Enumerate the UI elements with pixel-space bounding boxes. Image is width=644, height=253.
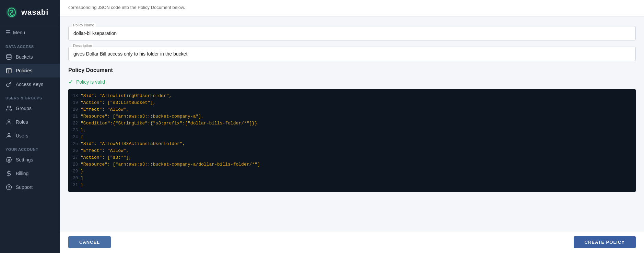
main-content: corresponding JSON code into the Policy … [60, 0, 644, 253]
policy-valid-text: Policy is valid [76, 79, 105, 85]
cancel-button[interactable]: CANCEL [68, 236, 111, 248]
footer-bar: CANCEL CREATE POLICY [60, 231, 644, 253]
info-banner: corresponding JSON code into the Policy … [60, 0, 644, 16]
info-banner-text: corresponding JSON code into the Policy … [68, 4, 185, 11]
policy-document-title: Policy Document [68, 67, 636, 73]
section-your-account: Your Account [0, 143, 60, 153]
sidebar: wasabi ☰ Menu Data Access Buckets Polici… [0, 0, 60, 253]
line-content: "Effect": "Allow", [81, 147, 129, 154]
svg-point-1 [7, 55, 11, 56]
sidebar-item-settings[interactable]: Settings [0, 153, 60, 167]
policy-valid-row: ✓ Policy is valid [68, 78, 636, 86]
sidebar-logo: wasabi [0, 0, 60, 25]
sidebar-item-policies-label: Policies [16, 68, 32, 73]
sidebar-item-groups[interactable]: Groups [0, 101, 60, 115]
policy-name-label: Policy Name [72, 23, 96, 27]
line-content: "Resource": ["arn:aws:s3:::bucket-compan… [81, 161, 260, 168]
line-number: 27 [68, 154, 81, 161]
policy-name-field: Policy Name [68, 26, 636, 40]
line-content: "Sid": "AllowListingOfUserFolder", [81, 93, 172, 99]
roles-icon [5, 119, 12, 125]
line-content: "Effect": "Allow", [81, 106, 129, 113]
svg-point-5 [8, 120, 10, 122]
policy-name-input[interactable] [68, 26, 636, 40]
menu-toggle[interactable]: ☰ Menu [0, 25, 60, 40]
svg-point-4 [7, 106, 9, 108]
section-users-groups: Users & Groups [0, 91, 60, 101]
checkmark-icon: ✓ [68, 78, 73, 86]
users-icon [5, 132, 12, 139]
form-area: Policy Name Description Policy Document … [60, 16, 644, 231]
line-number: 26 [68, 147, 81, 154]
sidebar-item-access-keys[interactable]: Access Keys [0, 77, 60, 91]
line-content: } [81, 168, 83, 175]
line-number: 18 [68, 93, 81, 99]
line-number: 22 [68, 120, 81, 127]
code-line: 21"Resource": ["arn:aws:s3:::bucket-comp… [68, 113, 636, 120]
description-label: Description [72, 44, 93, 48]
sidebar-item-billing[interactable]: Billing [0, 167, 60, 180]
sidebar-item-buckets-label: Buckets [16, 54, 33, 60]
sidebar-item-billing-label: Billing [16, 171, 28, 176]
sidebar-item-buckets[interactable]: Buckets [0, 50, 60, 64]
sidebar-item-support[interactable]: Support [0, 180, 60, 194]
line-number: 23 [68, 127, 81, 134]
code-line: 28"Resource": ["arn:aws:s3:::bucket-comp… [68, 161, 636, 168]
line-number: 25 [68, 141, 81, 147]
sidebar-item-roles-label: Roles [16, 119, 28, 125]
code-line: 20"Effect": "Allow", [68, 106, 636, 113]
groups-icon [5, 105, 12, 112]
line-number: 28 [68, 161, 81, 168]
line-content: "Action": ["s3:ListBucket"], [81, 99, 155, 106]
line-content: ] [81, 175, 83, 182]
code-line: 29} [68, 168, 636, 175]
code-line: 23}, [68, 127, 636, 134]
line-content: "Condition":{"StringLike":{"s3:prefix":[… [81, 120, 257, 127]
billing-icon [5, 170, 12, 177]
code-editor[interactable]: 18"Sid": "AllowListingOfUserFolder",19"A… [68, 89, 636, 192]
line-number: 24 [68, 134, 81, 141]
code-line: 30] [68, 175, 636, 182]
code-line: 22"Condition":{"StringLike":{"s3:prefix"… [68, 120, 636, 127]
section-data-access: Data Access [0, 40, 60, 50]
line-number: 31 [68, 182, 81, 189]
line-number: 29 [68, 168, 81, 175]
support-icon [5, 184, 12, 191]
description-input[interactable] [68, 47, 636, 61]
svg-rect-2 [7, 68, 11, 73]
line-content: }, [81, 127, 86, 134]
svg-point-6 [8, 133, 10, 135]
sidebar-item-settings-label: Settings [16, 157, 33, 162]
sidebar-item-support-label: Support [16, 184, 33, 190]
code-line: 31} [68, 182, 636, 189]
code-line: 26"Effect": "Allow", [68, 147, 636, 154]
code-line: 19"Action": ["s3:ListBucket"], [68, 99, 636, 106]
line-content: "Action": ["s3:*"], [81, 154, 131, 161]
line-number: 19 [68, 99, 81, 106]
logo-text: wasabi [21, 8, 48, 17]
policy-icon [5, 67, 12, 74]
line-content: "Sid": "AllowAllS3ActionsInUserFolder", [81, 141, 185, 147]
line-content: "Resource": ["arn:aws:s3:::bucket-compan… [81, 113, 204, 120]
create-policy-button[interactable]: CREATE POLICY [574, 236, 636, 248]
code-line: 25"Sid": "AllowAllS3ActionsInUserFolder"… [68, 141, 636, 147]
key-icon [5, 81, 12, 88]
sidebar-item-access-keys-label: Access Keys [16, 82, 43, 87]
hamburger-icon: ☰ [5, 29, 10, 36]
wasabi-logo-icon [5, 6, 18, 19]
line-number: 20 [68, 106, 81, 113]
line-content: { [81, 134, 83, 141]
code-line: 24{ [68, 134, 636, 141]
description-field: Description [68, 47, 636, 61]
line-number: 30 [68, 175, 81, 182]
sidebar-item-policies[interactable]: Policies [0, 64, 60, 77]
line-number: 21 [68, 113, 81, 120]
settings-icon [5, 156, 12, 163]
sidebar-item-users[interactable]: Users [0, 129, 60, 143]
bucket-icon [5, 53, 12, 60]
menu-label: Menu [13, 30, 25, 35]
code-line: 18"Sid": "AllowListingOfUserFolder", [68, 93, 636, 99]
sidebar-item-roles[interactable]: Roles [0, 115, 60, 129]
code-line: 27"Action": ["s3:*"], [68, 154, 636, 161]
sidebar-item-groups-label: Groups [16, 106, 32, 111]
